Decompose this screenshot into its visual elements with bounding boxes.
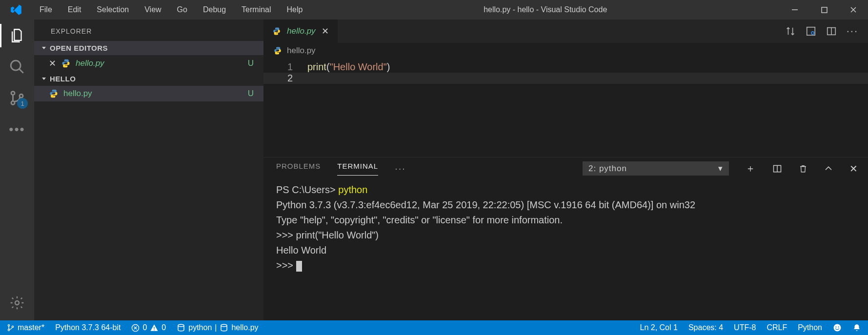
terminal-tab[interactable]: TERMINAL [337,162,378,176]
terminal-line: PS C:\Users> [276,184,338,195]
title-bar: File Edit Selection View Go Debug Termin… [0,0,868,20]
errors-count: 0 [142,323,147,332]
python-file-icon [273,46,282,55]
workspace-label: HELLO [50,75,76,83]
separator: | [215,323,217,332]
explorer-icon[interactable] [8,27,26,44]
terminal-command: python [338,184,367,195]
menu-file[interactable]: File [32,0,60,20]
warnings-count: 0 [161,323,166,332]
token-paren: ( [326,61,330,72]
sidebar-title: EXPLORER [34,20,263,41]
code-editor[interactable]: 1 print("Hello World") 2 [263,59,868,157]
compare-changes-icon[interactable] [785,26,796,37]
terminal-selector[interactable]: 2: python ▾ [583,161,729,176]
terminal-line: Type "help", "copyright", "credits" or "… [276,213,855,228]
svg-point-7 [811,32,814,35]
panel: PROBLEMS TERMINAL ··· 2: python ▾ ＋ ✕ PS… [263,157,868,320]
terminal-selector-label: 2: python [588,164,627,174]
svg-rect-14 [154,327,155,329]
file-name: hello.py [63,89,92,99]
open-editors-section[interactable]: OPEN EDITORS [34,41,263,55]
svg-rect-15 [154,330,155,331]
minimize-button[interactable] [780,0,809,20]
indentation-status[interactable]: Spaces: 4 [688,323,723,332]
terminal-line: >>> print("Hello World") [276,228,855,243]
svg-point-4 [20,94,23,98]
python-file-icon [61,59,71,68]
menu-edit[interactable]: Edit [60,0,89,20]
open-changes-icon[interactable] [806,26,816,37]
maximize-button[interactable] [809,0,839,20]
token-string: "Hello World" [330,61,387,72]
more-actions-icon[interactable]: ··· [847,25,858,38]
cursor-position-status[interactable]: Ln 2, Col 1 [640,323,678,332]
svg-point-1 [11,60,20,70]
window-title: hello.py - hello - Visual Studio Code [310,5,780,14]
line-number: 1 [263,61,307,73]
svg-point-19 [835,326,836,327]
breadcrumb-item: hello.py [287,46,316,56]
notifications-icon[interactable] [852,323,861,332]
problems-status[interactable]: 0 0 [131,323,166,332]
problems-tab[interactable]: PROBLEMS [276,162,321,175]
svg-point-16 [178,324,184,327]
menu-debug[interactable]: Debug [195,0,234,20]
menu-view[interactable]: View [137,0,169,20]
more-icon[interactable]: ••• [8,120,26,138]
source-control-icon[interactable]: 1 [8,89,26,107]
lsp-file-label: hello.py [231,323,258,332]
breadcrumb[interactable]: hello.py [263,43,868,59]
tab-bar: hello.py ✕ ··· [263,20,868,43]
terminal-cursor [296,261,302,272]
svg-point-12 [12,326,13,327]
python-interpreter-status[interactable]: Python 3.7.3 64-bit [55,323,121,332]
workspace-file-item[interactable]: hello.py U [34,86,263,101]
maximize-panel-icon[interactable] [824,164,833,173]
lsp-status[interactable]: python | hello.py [177,323,258,332]
close-icon[interactable]: ✕ [49,58,56,69]
search-icon[interactable] [8,58,26,76]
language-mode-status[interactable]: Python [798,323,822,332]
menu-selection[interactable]: Selection [89,0,137,20]
menu-terminal[interactable]: Terminal [234,0,279,20]
kill-terminal-icon[interactable] [799,164,807,174]
open-editors-label: OPEN EDITORS [50,44,108,52]
git-status-badge: U [248,89,254,99]
git-status-badge: U [248,59,254,68]
code-line: 1 print("Hello World") [263,61,868,73]
terminal-line: Hello World [276,243,855,258]
eol-status[interactable]: CRLF [767,323,787,332]
git-branch-status[interactable]: master* [7,323,44,332]
split-editor-icon[interactable] [826,26,837,37]
panel-tabs: PROBLEMS TERMINAL ··· 2: python ▾ ＋ ✕ [263,158,868,176]
terminal-output[interactable]: PS C:\Users> python Python 3.7.3 (v3.7.3… [263,176,868,320]
new-terminal-icon[interactable]: ＋ [746,162,756,175]
settings-gear-icon[interactable] [8,294,26,312]
feedback-icon[interactable] [833,323,842,332]
menu-go[interactable]: Go [169,0,195,20]
menu-help[interactable]: Help [279,0,311,20]
branch-label: master* [18,323,44,332]
svg-point-2 [11,92,15,95]
menu-bar: File Edit Selection View Go Debug Termin… [32,0,310,20]
svg-rect-0 [822,7,827,13]
tab-close-icon[interactable]: ✕ [322,26,329,37]
status-bar: master* Python 3.7.3 64-bit 0 0 python |… [0,320,868,335]
encoding-status[interactable]: UTF-8 [734,323,756,332]
split-terminal-icon[interactable] [772,164,782,174]
explorer-sidebar: EXPLORER OPEN EDITORS ✕ hello.py U HELLO… [34,20,263,320]
panel-more-icon[interactable]: ··· [395,163,406,174]
scm-badge: 1 [17,98,28,109]
workspace-section[interactable]: HELLO [34,72,263,86]
terminal-line: Python 3.7.3 (v3.7.3:ef4ec6ed12, Mar 25 … [276,197,855,213]
editor-tab[interactable]: hello.py ✕ [263,20,338,43]
svg-point-18 [834,324,841,332]
svg-point-17 [221,324,227,327]
close-panel-icon[interactable]: ✕ [849,163,858,175]
svg-point-5 [15,301,19,305]
editor-actions: ··· [785,20,868,43]
close-button[interactable] [839,0,868,20]
open-editor-item[interactable]: ✕ hello.py U [34,55,263,72]
line-number: 2 [263,73,307,84]
